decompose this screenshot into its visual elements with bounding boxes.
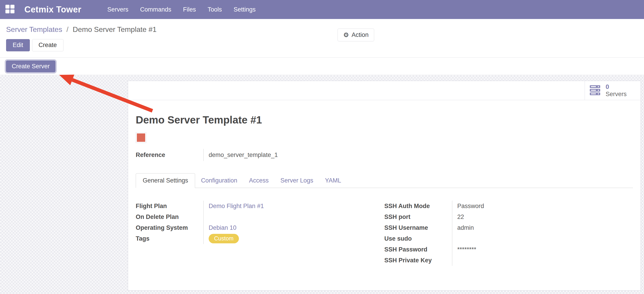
- top-navbar: Cetmix Tower Servers Commands Files Tool…: [0, 0, 644, 19]
- sheet-body: Demo Server Template #1 Reference demo_s…: [128, 114, 640, 266]
- breadcrumb-parent-link[interactable]: Server Templates: [6, 25, 62, 34]
- field-row-ssh-username: SSH Username admin: [384, 222, 633, 233]
- control-panel: Server Templates / Demo Server Template …: [0, 19, 644, 58]
- field-row-ssh-private-key: SSH Private Key: [384, 255, 633, 266]
- tab-yaml[interactable]: YAML: [319, 174, 347, 188]
- statusbar-strip: Create Server: [0, 58, 644, 75]
- action-button-label: Action: [352, 32, 368, 39]
- reference-label: Reference: [136, 152, 204, 159]
- ssh-password-label: SSH Password: [384, 246, 452, 253]
- field-row-ssh-port: SSH port 22: [384, 211, 633, 222]
- field-row-ssh-password: SSH Password ********: [384, 244, 633, 255]
- stat-label: Servers: [606, 91, 626, 98]
- reference-value: demo_server_template_1: [204, 149, 633, 161]
- field-row-ssh-auth-mode: SSH Auth Mode Password: [384, 201, 633, 211]
- tab-server-logs[interactable]: Server Logs: [274, 174, 319, 188]
- ssh-auth-mode-label: SSH Auth Mode: [384, 203, 452, 210]
- field-row-tags: Tags Custom: [136, 233, 384, 244]
- field-row-flight-plan: Flight Plan Demo Flight Plan #1: [136, 201, 384, 211]
- menu-item-servers[interactable]: Servers: [107, 6, 128, 13]
- general-settings-panel: Flight Plan Demo Flight Plan #1 On Delet…: [136, 201, 633, 266]
- ssh-username-label: SSH Username: [384, 224, 452, 231]
- field-group-left: Flight Plan Demo Flight Plan #1 On Delet…: [136, 201, 384, 266]
- edit-button[interactable]: Edit: [6, 39, 30, 51]
- ssh-auth-mode-value: Password: [452, 201, 633, 211]
- menu-item-settings[interactable]: Settings: [234, 6, 256, 13]
- breadcrumb: Server Templates / Demo Server Template …: [6, 25, 644, 34]
- use-sudo-value: [452, 233, 633, 244]
- tab-configuration[interactable]: Configuration: [195, 174, 243, 188]
- notebook-tabs: General Settings Configuration Access Se…: [136, 173, 633, 188]
- field-group-right: SSH Auth Mode Password SSH port 22 SSH U…: [384, 201, 633, 266]
- tab-access[interactable]: Access: [243, 174, 274, 188]
- operating-system-label: Operating System: [136, 224, 204, 231]
- tag-badge-custom: Custom: [209, 234, 239, 243]
- operating-system-link[interactable]: Debian 10: [209, 224, 236, 231]
- flight-plan-label: Flight Plan: [136, 203, 204, 210]
- menu-item-tools[interactable]: Tools: [208, 6, 222, 13]
- menu-item-commands[interactable]: Commands: [140, 6, 171, 13]
- form-view-background: 0 Servers Demo Server Template #1 Refere…: [0, 75, 644, 294]
- use-sudo-label: Use sudo: [384, 235, 452, 242]
- field-row-use-sudo: Use sudo: [384, 233, 633, 244]
- breadcrumb-separator: /: [66, 25, 68, 34]
- record-title: Demo Server Template #1: [136, 114, 633, 126]
- on-delete-plan-value: [204, 211, 384, 222]
- action-dropdown-button[interactable]: ⚙ Action: [338, 29, 374, 41]
- form-sheet: 0 Servers Demo Server Template #1 Refere…: [128, 81, 641, 290]
- stat-count: 0: [606, 83, 626, 90]
- apps-grid-icon[interactable]: [6, 5, 16, 14]
- field-row-operating-system: Operating System Debian 10: [136, 222, 384, 233]
- servers-stat-button[interactable]: 0 Servers: [584, 81, 640, 100]
- ssh-password-value: ********: [452, 244, 633, 255]
- ssh-username-value: admin: [452, 222, 633, 233]
- reference-field-row: Reference demo_server_template_1: [136, 149, 633, 161]
- main-menu: Servers Commands Files Tools Settings: [107, 6, 256, 13]
- ssh-private-key-value: [452, 255, 633, 266]
- breadcrumb-current: Demo Server Template #1: [73, 25, 156, 34]
- create-server-button[interactable]: Create Server: [6, 60, 56, 73]
- field-row-on-delete-plan: On Delete Plan: [136, 211, 384, 222]
- ssh-private-key-label: SSH Private Key: [384, 257, 452, 264]
- create-button[interactable]: Create: [32, 39, 64, 51]
- color-swatch-fill: [137, 133, 145, 142]
- tab-general-settings[interactable]: General Settings: [136, 173, 195, 188]
- gear-icon: ⚙: [343, 31, 349, 39]
- button-box: 0 Servers: [128, 81, 640, 100]
- menu-item-files[interactable]: Files: [183, 6, 196, 13]
- tags-label: Tags: [136, 235, 204, 242]
- color-picker-swatch: [136, 132, 146, 143]
- app-brand: Cetmix Tower: [24, 5, 81, 15]
- on-delete-plan-label: On Delete Plan: [136, 214, 204, 220]
- control-panel-buttons: Edit Create: [6, 39, 644, 51]
- ssh-port-value: 22: [452, 211, 633, 222]
- stat-text: 0 Servers: [606, 83, 626, 97]
- ssh-port-label: SSH port: [384, 214, 452, 220]
- flight-plan-link[interactable]: Demo Flight Plan #1: [209, 203, 264, 210]
- servers-stack-icon: [590, 85, 602, 96]
